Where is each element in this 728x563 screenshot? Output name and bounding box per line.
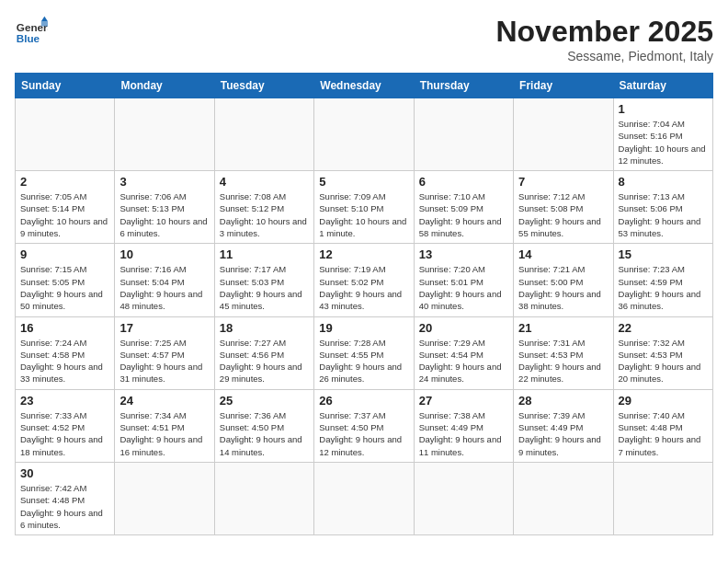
day-info: Sunrise: 7:29 AM Sunset: 4:54 PM Dayligh…	[419, 337, 508, 385]
day-info: Sunrise: 7:08 AM Sunset: 5:12 PM Dayligh…	[220, 190, 309, 239]
day-number: 26	[319, 394, 408, 408]
day-number: 24	[119, 394, 209, 408]
day-info: Sunrise: 7:28 AM Sunset: 4:55 PM Dayligh…	[319, 337, 408, 385]
day-number: 1	[619, 102, 708, 116]
day-info: Sunrise: 7:05 AM Sunset: 5:14 PM Dayligh…	[20, 190, 109, 239]
day-info: Sunrise: 7:19 AM Sunset: 5:02 PM Dayligh…	[319, 263, 408, 312]
calendar-week-row: 1Sunrise: 7:04 AM Sunset: 5:16 PM Daylig…	[16, 98, 713, 171]
calendar-cell	[613, 462, 712, 534]
calendar-cell: 11Sunrise: 7:17 AM Sunset: 5:03 PM Dayli…	[214, 244, 313, 316]
day-info: Sunrise: 7:21 AM Sunset: 5:00 PM Dayligh…	[518, 263, 608, 312]
day-number: 2	[20, 175, 109, 189]
calendar-cell: 3Sunrise: 7:06 AM Sunset: 5:13 PM Daylig…	[115, 171, 214, 244]
header-monday: Monday	[115, 74, 214, 98]
calendar-cell	[115, 98, 214, 171]
calendar-cell: 26Sunrise: 7:37 AM Sunset: 4:50 PM Dayli…	[314, 389, 414, 462]
calendar-cell: 27Sunrise: 7:38 AM Sunset: 4:49 PM Dayli…	[414, 389, 513, 462]
svg-marker-3	[41, 21, 48, 26]
calendar-cell: 25Sunrise: 7:36 AM Sunset: 4:50 PM Dayli…	[214, 389, 313, 462]
calendar-cell	[314, 462, 414, 534]
day-info: Sunrise: 7:37 AM Sunset: 4:50 PM Dayligh…	[319, 409, 408, 458]
day-info: Sunrise: 7:23 AM Sunset: 4:59 PM Dayligh…	[619, 263, 708, 312]
calendar-cell	[414, 98, 513, 171]
calendar-table: SundayMondayTuesdayWednesdayThursdayFrid…	[15, 73, 713, 535]
day-number: 23	[20, 394, 109, 408]
calendar-cell: 14Sunrise: 7:21 AM Sunset: 5:00 PM Dayli…	[514, 244, 613, 316]
day-number: 18	[220, 321, 309, 335]
day-info: Sunrise: 7:36 AM Sunset: 4:50 PM Dayligh…	[220, 409, 309, 458]
calendar-cell: 7Sunrise: 7:12 AM Sunset: 5:08 PM Daylig…	[514, 171, 613, 244]
day-info: Sunrise: 7:40 AM Sunset: 4:48 PM Dayligh…	[619, 409, 708, 458]
calendar-cell: 13Sunrise: 7:20 AM Sunset: 5:01 PM Dayli…	[414, 244, 513, 316]
calendar-cell: 23Sunrise: 7:33 AM Sunset: 4:52 PM Dayli…	[16, 389, 115, 462]
header-friday: Friday	[514, 74, 613, 98]
calendar-header-row: SundayMondayTuesdayWednesdayThursdayFrid…	[16, 74, 713, 98]
day-number: 16	[20, 321, 109, 335]
calendar-cell: 15Sunrise: 7:23 AM Sunset: 4:59 PM Dayli…	[613, 244, 712, 316]
day-number: 14	[518, 247, 608, 261]
day-number: 29	[619, 394, 708, 408]
day-number: 8	[619, 175, 708, 189]
calendar-cell: 17Sunrise: 7:25 AM Sunset: 4:57 PM Dayli…	[115, 316, 214, 389]
header-thursday: Thursday	[414, 74, 513, 98]
header-wednesday: Wednesday	[314, 74, 414, 98]
day-number: 4	[220, 175, 309, 189]
calendar-cell: 9Sunrise: 7:15 AM Sunset: 5:05 PM Daylig…	[16, 244, 115, 316]
calendar-cell: 29Sunrise: 7:40 AM Sunset: 4:48 PM Dayli…	[613, 389, 712, 462]
calendar-cell	[214, 98, 313, 171]
day-info: Sunrise: 7:12 AM Sunset: 5:08 PM Dayligh…	[518, 190, 608, 239]
calendar-week-row: 2Sunrise: 7:05 AM Sunset: 5:14 PM Daylig…	[16, 171, 713, 244]
day-number: 27	[419, 394, 508, 408]
calendar-cell: 22Sunrise: 7:32 AM Sunset: 4:53 PM Dayli…	[613, 316, 712, 389]
day-info: Sunrise: 7:17 AM Sunset: 5:03 PM Dayligh…	[220, 263, 309, 312]
location-subtitle: Sessame, Piedmont, Italy	[495, 49, 713, 63]
day-info: Sunrise: 7:04 AM Sunset: 5:16 PM Dayligh…	[619, 118, 708, 167]
calendar-cell: 8Sunrise: 7:13 AM Sunset: 5:06 PM Daylig…	[613, 171, 712, 244]
calendar-cell: 12Sunrise: 7:19 AM Sunset: 5:02 PM Dayli…	[314, 244, 414, 316]
day-number: 10	[119, 247, 209, 261]
calendar-cell: 4Sunrise: 7:08 AM Sunset: 5:12 PM Daylig…	[214, 171, 313, 244]
day-info: Sunrise: 7:20 AM Sunset: 5:01 PM Dayligh…	[419, 263, 508, 312]
day-number: 30	[20, 466, 109, 480]
day-number: 28	[518, 394, 608, 408]
calendar-week-row: 23Sunrise: 7:33 AM Sunset: 4:52 PM Dayli…	[16, 389, 713, 462]
calendar-cell	[514, 98, 613, 171]
calendar-cell	[16, 98, 115, 171]
day-info: Sunrise: 7:31 AM Sunset: 4:53 PM Dayligh…	[518, 337, 608, 385]
calendar-cell	[414, 462, 513, 534]
title-block: November 2025 Sessame, Piedmont, Italy	[495, 15, 713, 63]
calendar-cell	[214, 462, 313, 534]
calendar-cell: 10Sunrise: 7:16 AM Sunset: 5:04 PM Dayli…	[115, 244, 214, 316]
svg-marker-2	[41, 17, 48, 21]
calendar-cell: 1Sunrise: 7:04 AM Sunset: 5:16 PM Daylig…	[613, 98, 712, 171]
day-number: 11	[220, 247, 309, 261]
day-number: 21	[518, 321, 608, 335]
day-info: Sunrise: 7:38 AM Sunset: 4:49 PM Dayligh…	[419, 409, 508, 458]
svg-text:Blue: Blue	[17, 32, 40, 44]
page-header: General Blue November 2025 Sessame, Pied…	[15, 15, 713, 63]
calendar-week-row: 9Sunrise: 7:15 AM Sunset: 5:05 PM Daylig…	[16, 244, 713, 316]
day-number: 3	[119, 175, 209, 189]
header-tuesday: Tuesday	[214, 74, 313, 98]
day-number: 15	[619, 247, 708, 261]
day-info: Sunrise: 7:06 AM Sunset: 5:13 PM Dayligh…	[119, 190, 209, 239]
day-info: Sunrise: 7:25 AM Sunset: 4:57 PM Dayligh…	[119, 337, 209, 385]
day-info: Sunrise: 7:09 AM Sunset: 5:10 PM Dayligh…	[319, 190, 408, 239]
day-number: 7	[518, 175, 608, 189]
day-info: Sunrise: 7:39 AM Sunset: 4:49 PM Dayligh…	[518, 409, 608, 458]
day-info: Sunrise: 7:16 AM Sunset: 5:04 PM Dayligh…	[119, 263, 209, 312]
day-number: 5	[319, 175, 408, 189]
day-number: 6	[419, 175, 508, 189]
day-number: 25	[220, 394, 309, 408]
calendar-week-row: 16Sunrise: 7:24 AM Sunset: 4:58 PM Dayli…	[16, 316, 713, 389]
day-info: Sunrise: 7:15 AM Sunset: 5:05 PM Dayligh…	[20, 263, 109, 312]
day-number: 9	[20, 247, 109, 261]
day-number: 20	[419, 321, 508, 335]
calendar-cell: 24Sunrise: 7:34 AM Sunset: 4:51 PM Dayli…	[115, 389, 214, 462]
calendar-week-row: 30Sunrise: 7:42 AM Sunset: 4:48 PM Dayli…	[16, 462, 713, 534]
calendar-cell: 5Sunrise: 7:09 AM Sunset: 5:10 PM Daylig…	[314, 171, 414, 244]
logo: General Blue	[15, 15, 48, 48]
calendar-cell: 30Sunrise: 7:42 AM Sunset: 4:48 PM Dayli…	[16, 462, 115, 534]
calendar-cell: 21Sunrise: 7:31 AM Sunset: 4:53 PM Dayli…	[514, 316, 613, 389]
day-info: Sunrise: 7:10 AM Sunset: 5:09 PM Dayligh…	[419, 190, 508, 239]
